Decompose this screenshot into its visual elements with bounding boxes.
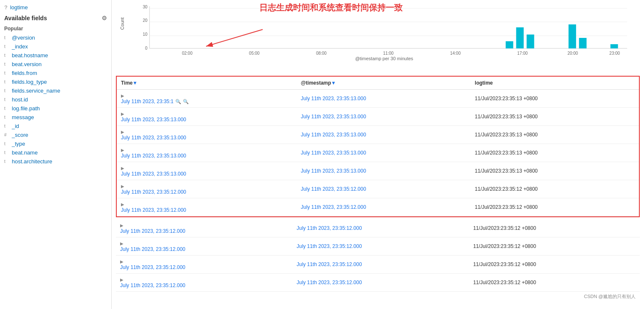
svg-rect-21 — [579, 38, 587, 48]
svg-rect-19 — [527, 35, 534, 48]
time-value: July 11th 2023, 23:35:13.000 — [121, 117, 292, 123]
chart-svg: 0 10 20 30 02:00 05:00 08:00 11:00 14:00… — [133, 4, 636, 59]
svg-text:02:00: 02:00 — [182, 51, 193, 56]
highlighted-table: Time▾ @timestamp▾ logtime ▶ July 11th 20… — [117, 77, 639, 216]
expand-button[interactable]: ▶ — [121, 166, 124, 170]
expand-button[interactable]: ▶ — [121, 130, 124, 134]
table-row: ▶ July 11th 2023, 23:35:12.000 July 11th… — [116, 274, 640, 292]
logtime-cell: 11/Jul/2023:23:35:12 +0800 — [469, 237, 640, 256]
filter-in-icon[interactable]: 🔍 — [175, 99, 181, 104]
sidebar: ? logtime Available fields ⚙ Popular t@v… — [0, 0, 112, 309]
sidebar-field-item[interactable]: tfields.service_name — [0, 86, 111, 95]
field-type-badge: t — [4, 124, 8, 128]
timestamp-column-header[interactable]: @timestamp▾ — [297, 77, 471, 90]
sidebar-logtime-item[interactable]: ? logtime — [0, 3, 111, 12]
expand-button[interactable]: ▶ — [121, 184, 124, 189]
time-column-header[interactable]: Time▾ — [117, 77, 297, 90]
field-type-badge: t — [4, 150, 8, 155]
expand-button[interactable]: ▶ — [121, 93, 124, 98]
sidebar-field-item[interactable]: tfields.from — [0, 69, 111, 77]
sidebar-field-item[interactable]: tbeat.hostname — [0, 51, 111, 60]
table-row: ▶ July 11th 2023, 23:35:13.000 July 11th… — [117, 126, 639, 144]
sidebar-field-item[interactable]: thost.id — [0, 95, 111, 104]
available-fields-label: Available fields — [4, 15, 47, 21]
expand-button[interactable]: ▶ — [120, 259, 123, 264]
sidebar-field-item[interactable]: tbeat.version — [0, 60, 111, 69]
field-list: t@versiont_indextbeat.hostnametbeat.vers… — [0, 33, 111, 166]
field-type-badge: t — [4, 115, 8, 120]
field-name-label: message — [12, 114, 34, 120]
sidebar-field-item[interactable]: t_index — [0, 42, 111, 51]
extra-table-body: ▶ July 11th 2023, 23:35:12.000 July 11th… — [116, 219, 640, 292]
time-cell: ▶ July 11th 2023, 23:35:13.000 — [117, 126, 297, 144]
table-row: ▶ July 11th 2023, 23:35:1 🔍🔍 July 11th 2… — [117, 90, 639, 108]
sidebar-field-item[interactable]: t_type — [0, 139, 111, 148]
field-type-badge: t — [4, 71, 8, 75]
timestamp-cell: July 11th 2023, 23:35:13.000 — [297, 162, 471, 180]
svg-text:20:00: 20:00 — [567, 51, 578, 56]
sidebar-field-item[interactable]: t@version — [0, 33, 111, 42]
svg-rect-17 — [506, 41, 513, 48]
table-row: ▶ July 11th 2023, 23:35:12.000 July 11th… — [116, 256, 640, 274]
field-type-badge: t — [4, 62, 8, 67]
gear-icon[interactable]: ⚙ — [102, 15, 107, 21]
svg-text:11:00: 11:00 — [383, 51, 394, 56]
timestamp-cell: July 11th 2023, 23:35:13.000 — [297, 90, 471, 108]
field-name-label: _id — [12, 123, 19, 129]
table-row: ▶ July 11th 2023, 23:35:13.000 July 11th… — [117, 144, 639, 162]
expand-button[interactable]: ▶ — [121, 148, 124, 152]
field-type-badge: t — [4, 80, 8, 84]
logtime-cell: 11/Jul/2023:23:35:13 +0800 — [471, 90, 639, 108]
expand-button[interactable]: ▶ — [120, 223, 123, 228]
field-name-label: @version — [12, 35, 35, 41]
table-area: Time▾ @timestamp▾ logtime ▶ July 11th 20… — [112, 74, 644, 309]
sidebar-field-item[interactable]: tmessage — [0, 113, 111, 122]
time-value: July 11th 2023, 23:35:13.000 — [121, 153, 292, 159]
timestamp-cell: July 11th 2023, 23:35:12.000 — [297, 180, 471, 198]
field-type-badge: t — [4, 88, 8, 93]
sidebar-field-item[interactable]: tlog.file.path — [0, 104, 111, 113]
logtime-cell: 11/Jul/2023:23:35:12 +0800 — [469, 274, 640, 292]
field-name-label: beat.name — [12, 149, 38, 156]
logtime-cell: 11/Jul/2023:23:35:12 +0800 — [469, 219, 640, 237]
chart-y-label: Count — [120, 17, 125, 29]
time-cell: ▶ July 11th 2023, 23:35:13.000 — [117, 108, 297, 126]
field-type-badge: t — [4, 159, 8, 164]
field-name-label: _score — [12, 132, 28, 138]
table-row: ▶ July 11th 2023, 23:35:12.000 July 11th… — [117, 198, 639, 216]
watermark: CSDN @尴尬的只有别人 — [116, 292, 640, 301]
time-value: July 11th 2023, 23:35:12.000 — [120, 228, 288, 234]
filter-out-icon[interactable]: 🔍 — [183, 99, 189, 104]
time-cell: ▶ July 11th 2023, 23:35:13.000 — [117, 162, 297, 180]
expand-button[interactable]: ▶ — [121, 202, 124, 207]
sidebar-field-item[interactable]: tfields.log_type — [0, 77, 111, 86]
time-value: July 11th 2023, 23:35:12.000 — [120, 264, 288, 270]
svg-text:23:00: 23:00 — [609, 51, 620, 56]
field-name-label: host.architecture — [12, 158, 52, 165]
expand-button[interactable]: ▶ — [120, 277, 123, 282]
svg-rect-22 — [610, 44, 618, 48]
time-cell: ▶ July 11th 2023, 23:35:13.000 — [117, 144, 297, 162]
field-name-label: fields.from — [12, 70, 37, 76]
expand-button[interactable]: ▶ — [121, 112, 124, 116]
time-cell: ▶ July 11th 2023, 23:35:12.000 — [117, 198, 297, 216]
chart-area: 日志生成时间和系统查看时间保持一致 Count 0 10 20 30 02:00… — [112, 0, 644, 74]
svg-text:14:00: 14:00 — [450, 51, 461, 56]
logtime-cell: 11/Jul/2023:23:35:13 +0800 — [471, 162, 639, 180]
svg-rect-20 — [569, 24, 576, 48]
svg-text:20: 20 — [143, 18, 148, 23]
time-cell: ▶ July 11th 2023, 23:35:12.000 — [116, 256, 292, 274]
expand-button[interactable]: ▶ — [120, 241, 123, 246]
table-row: ▶ July 11th 2023, 23:35:13.000 July 11th… — [117, 162, 639, 180]
field-name-label: _type — [12, 141, 25, 147]
field-name-label: host.id — [12, 96, 28, 103]
field-type-badge: t — [4, 141, 8, 146]
timestamp-cell: July 11th 2023, 23:35:12.000 — [292, 237, 469, 256]
logtime-cell: 11/Jul/2023:23:35:12 +0800 — [469, 256, 640, 274]
time-value: July 11th 2023, 23:35:12.000 — [120, 246, 288, 252]
sidebar-field-item[interactable]: #_score — [0, 131, 111, 139]
sidebar-field-item[interactable]: thost.architecture — [0, 157, 111, 166]
sidebar-field-item[interactable]: t_id — [0, 122, 111, 131]
sidebar-field-item[interactable]: tbeat.name — [0, 148, 111, 157]
logtime-cell: 11/Jul/2023:23:35:13 +0800 — [471, 126, 639, 144]
